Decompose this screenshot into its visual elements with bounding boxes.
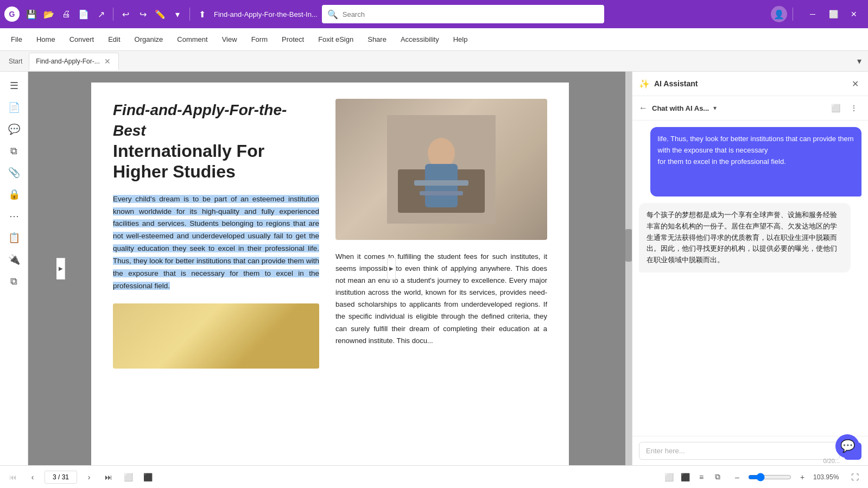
menu-foxit-esign[interactable]: Foxit eSign [312,32,360,47]
plugin-tool[interactable]: 🔌 [4,250,24,269]
separator2 [189,8,190,21]
highlighted-content: Every child's dream is to be part of an … [113,195,319,290]
menu-protect[interactable]: Protect [275,32,311,47]
zoom-area: – + 103.95% [730,470,843,485]
svg-point-2 [428,138,455,168]
print-icon[interactable]: 🖨 [59,7,74,22]
scroll-thumb[interactable] [625,229,632,262]
two-page-view[interactable]: ⬛ [677,470,693,485]
tab-document-label: Find-and-Apply-For-... [36,58,99,65]
menu-organize[interactable]: Organize [128,32,170,47]
menu-share[interactable]: Share [361,32,393,47]
zoom-in-button[interactable]: + [795,470,810,485]
menu-comment[interactable]: Comment [170,32,214,47]
page-body-text: Every child's dream is to be part of an … [113,193,319,293]
status-bar: ⏮ ‹ › ⏭ ⬜ ⬛ ⬜ ⬛ ≡ ⧉ – + 103.95% ⛶ [0,465,868,488]
maximize-button[interactable]: ⬜ [823,4,843,24]
arrow-icon[interactable]: ⬆ [194,7,210,22]
pen-icon[interactable]: ✏️ [153,7,168,22]
scrollbar[interactable] [625,72,632,465]
zoom-out-button[interactable]: – [730,470,745,485]
ai-panel-header: ✨ AI Assistant ✕ [632,72,868,96]
copy-tool[interactable]: ⧉ [4,271,24,291]
last-page-button[interactable]: ⏭ [101,470,116,485]
redo-icon[interactable]: ↪ [135,7,150,22]
chatbot-fab[interactable]: 💬 [835,434,859,458]
title-bar-icons: 💾 📂 🖨 📄 ↗ ↩ ↪ ✏️ ▾ ⬆ [24,7,210,22]
layout-scroll-button[interactable]: ⬛ [140,470,155,485]
title-bar: G 💾 📂 🖨 📄 ↗ ↩ ↪ ✏️ ▾ ⬆ Find-and-Apply-Fo… [0,0,868,28]
menu-form[interactable]: Form [245,32,274,47]
pdf-left-content: Find-and-Apply-For-the-Best Internationa… [113,99,319,457]
status-right: ⬜ ⬛ ≡ ⧉ – + 103.95% ⛶ [661,470,863,485]
attachments-tool[interactable]: 📎 [4,163,24,182]
export-chat-button[interactable]: ⬜ [828,100,843,116]
ai-chat-input[interactable] [639,442,840,460]
new-file-icon[interactable]: 📄 [76,7,91,22]
layers-tool[interactable]: ⧉ [4,141,24,161]
user-message-text: life. Thus, they look for better institu… [658,135,854,188]
menu-view[interactable]: View [216,32,244,47]
ai-panel-close-button[interactable]: ✕ [848,77,861,90]
single-page-view[interactable]: ⬜ [661,470,676,485]
zoom-level: 103.95% [813,473,843,481]
more-tool[interactable]: ⋯ [4,206,24,226]
ai-response-message: 每个孩子的梦想都是成为一个享有全球声誉、设施和服务经验丰富的知名机构的一份子。居… [639,203,851,272]
menu-home[interactable]: Home [30,32,62,47]
chat-dropdown-icon[interactable]: ▾ [713,104,717,112]
prev-page-button[interactable]: ‹ [25,470,40,485]
comments-tool[interactable]: 💬 [4,119,24,139]
search-box[interactable]: 🔍 [322,5,604,23]
image-placeholder [335,99,547,240]
title-bar-right: 👤 ─ ⬜ ✕ [771,4,864,24]
scroll-view[interactable]: ≡ [694,470,709,485]
close-button[interactable]: ✕ [844,4,864,24]
open-icon[interactable]: 📂 [41,7,56,22]
pages-tool[interactable]: 📄 [4,98,24,117]
char-count: 0/20... [823,458,840,464]
menu-help[interactable]: Help [447,32,474,47]
next-page-button[interactable]: › [81,470,97,485]
tab-dropdown-button[interactable]: ▾ [853,54,866,68]
right-panel-collapse[interactable]: ▶ [387,258,396,280]
left-toolbar: ☰ 📄 💬 ⧉ 📎 🔒 ⋯ 📋 🔌 ⧉ [0,72,28,465]
title-bar-left: G [4,7,20,22]
menu-convert[interactable]: Convert [63,32,101,47]
thumbnail-tool[interactable]: ☰ [4,76,24,96]
first-page-button[interactable]: ⏮ [5,470,21,485]
search-icon: 🔍 [327,9,338,20]
page-number-input[interactable] [45,471,77,484]
separator [113,8,113,21]
menu-file[interactable]: File [4,32,29,47]
view-buttons: ⬜ ⬛ ≡ ⧉ [661,470,725,485]
chat-title: Chat with AI As... [652,104,709,112]
minimize-button[interactable]: ─ [803,4,822,24]
facing-view[interactable]: ⧉ [710,470,725,485]
form-tool[interactable]: 📋 [4,228,24,248]
security-tool[interactable]: 🔒 [4,185,24,204]
tab-start[interactable]: Start [2,53,29,70]
menu-edit[interactable]: Edit [102,32,126,47]
tab-bar: Start Find-and-Apply-For-... ✕ ▾ [0,51,868,72]
back-button[interactable]: ← [639,103,648,113]
left-panel-collapse[interactable]: ▶ [56,258,65,280]
undo-icon[interactable]: ↩ [118,7,133,22]
translate-link[interactable]: Translate this text into Chinese [658,180,755,188]
window-controls: ─ ⬜ ✕ [803,4,864,24]
zoom-slider[interactable] [748,473,791,481]
menu-accessibility[interactable]: Accessibility [394,32,446,47]
tab-start-label: Start [9,58,22,65]
dropdown-icon[interactable]: ▾ [170,7,185,22]
pdf-page: Find-and-Apply-For-the-Best Internationa… [91,83,569,465]
page-indicator [45,471,77,484]
share-icon[interactable]: ↗ [93,7,109,22]
save-icon[interactable]: 💾 [24,7,39,22]
layout-single-button[interactable]: ⬜ [121,470,136,485]
tab-close-button[interactable]: ✕ [103,57,112,66]
more-options-button[interactable]: ⋮ [846,100,861,116]
search-input[interactable] [343,10,599,18]
user-avatar[interactable]: 👤 [771,6,787,22]
fullscreen-button[interactable]: ⛶ [847,470,863,485]
person-illustration [387,115,496,224]
tab-document[interactable]: Find-and-Apply-For-... ✕ [29,53,118,70]
